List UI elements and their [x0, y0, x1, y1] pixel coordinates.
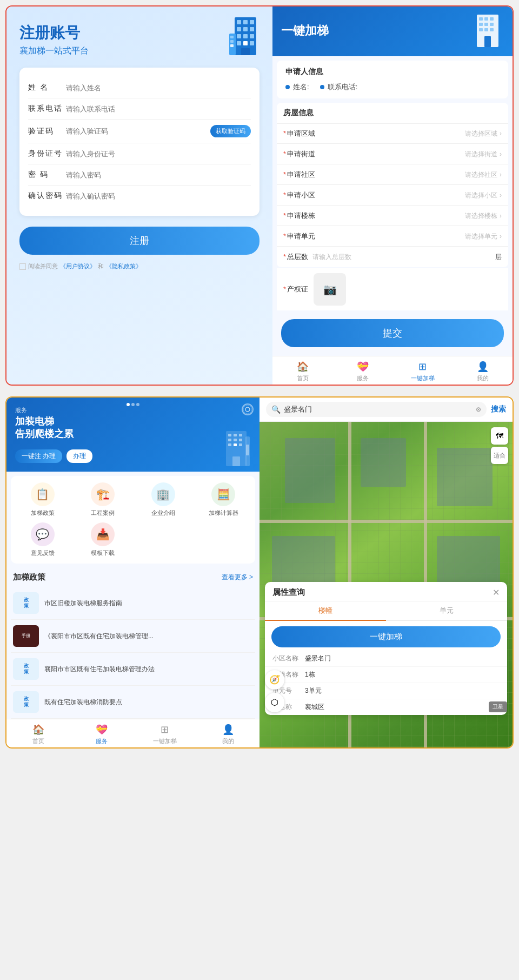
elevator-icon-2: ⊞ — [161, 724, 169, 736]
community-row[interactable]: *申请社区 请选择社区 › — [277, 165, 508, 185]
svg-rect-21 — [490, 17, 494, 21]
service-item-calc[interactable]: 🧮 加梯计算器 — [196, 482, 251, 517]
pwd-label: 密 码 — [28, 170, 66, 180]
user-agreement-link[interactable]: 《用户协议》 — [60, 262, 96, 270]
map-location-btn[interactable]: 🧭 — [265, 670, 284, 690]
nav-home-1[interactable]: 🏠 首页 — [272, 361, 332, 382]
map-imagery-btn[interactable]: 卫星 — [489, 701, 507, 712]
svg-rect-34 — [234, 434, 237, 436]
nav-elevator-2[interactable]: ⊞ 一键加梯 — [133, 724, 196, 745]
banner-btns: 一键注 办理 办理 — [15, 449, 251, 463]
service-item-template[interactable]: 📥 模板下载 — [76, 522, 131, 557]
agreement-checkbox[interactable] — [19, 263, 26, 270]
search-button[interactable]: 搜索 — [491, 405, 506, 414]
map-3d-btn[interactable]: ⬡ — [265, 693, 284, 712]
cases-icon: 🏗️ — [91, 482, 115, 506]
submit-button[interactable]: 提交 — [281, 319, 504, 347]
area-row[interactable]: *申请区域 请选择区域 › — [277, 124, 508, 144]
id-input[interactable] — [66, 150, 251, 158]
verify-label: 验证码 — [28, 127, 66, 136]
street-label: *申请街道 — [283, 149, 315, 159]
attr-field-district: 区名称 襄城区 — [265, 699, 507, 715]
nav-profile-1[interactable]: 👤 我的 — [453, 361, 513, 382]
service-icon-2: 💝 — [96, 724, 108, 736]
policy-text-0: 市区旧楼加装电梯服务指南 — [44, 598, 122, 608]
road-h-1 — [260, 520, 513, 523]
profile-icon-1: 👤 — [477, 361, 489, 373]
get-verify-btn[interactable]: 获取验证码 — [210, 125, 251, 137]
search-clear-icon[interactable]: ⊗ — [476, 406, 481, 413]
banner-primary-btn[interactable]: 一键注 办理 — [15, 449, 62, 463]
policy-label: 加梯政策 — [31, 509, 55, 517]
nav-profile-2[interactable]: 👤 我的 — [196, 724, 260, 745]
floors-row: *总层数 请输入总层数 层 — [277, 247, 508, 267]
policy-item-3[interactable]: 政策 既有住宅加装电梯消防要点 — [11, 686, 255, 719]
attr-tabs: 楼幢 单元 — [265, 601, 507, 621]
svg-rect-11 — [243, 41, 248, 45]
cert-upload[interactable]: 📷 — [314, 273, 346, 306]
cert-label: *产权证 — [283, 284, 308, 294]
attr-close-btn[interactable]: ✕ — [493, 587, 500, 598]
compound-row[interactable]: *申请小区 请选择小区 › — [277, 186, 508, 206]
nav-elevator-1[interactable]: ⊞ 一键加梯 — [392, 361, 453, 382]
service-item-company[interactable]: 🏢 企业介绍 — [136, 482, 191, 517]
company-icon: 🏢 — [151, 482, 175, 506]
elevator-header: 一键加梯 — [272, 6, 513, 56]
service-item-cases[interactable]: 🏗️ 工程案例 — [76, 482, 131, 517]
register-button[interactable]: 注册 — [19, 227, 260, 255]
search-icon: 🔍 — [271, 405, 281, 414]
attr-add-elevator-btn[interactable]: 一键加梯 — [271, 626, 501, 647]
unit-row[interactable]: *申请单元 请选择单元 › — [277, 227, 508, 247]
svg-rect-12 — [250, 41, 254, 45]
policy-header: 加梯政策 查看更多 > — [11, 568, 255, 587]
privacy-policy-link[interactable]: 《隐私政策》 — [106, 262, 142, 270]
confirm-pwd-input[interactable] — [66, 192, 251, 200]
map-layer-btn[interactable]: 🗺 — [491, 427, 508, 445]
nav-home-2[interactable]: 🏠 首页 — [6, 724, 70, 745]
policy-title: 加梯政策 — [13, 572, 45, 582]
name-input[interactable] — [66, 84, 251, 92]
banner-title1: 加装电梯 — [15, 415, 251, 428]
banner-secondary-btn[interactable]: 办理 — [66, 449, 92, 463]
svg-rect-27 — [490, 28, 494, 31]
attr-card-header: 属性查询 ✕ — [265, 582, 507, 601]
policy-thumb-2: 政策 — [13, 658, 39, 680]
street-row[interactable]: *申请街道 请选择街道 › — [277, 144, 508, 164]
applicant-section-title: 申请人信息 — [285, 67, 500, 77]
nav-profile-label-2: 我的 — [222, 737, 234, 745]
banner-subtitle: 服务 — [15, 406, 251, 414]
elevator-building-icon — [471, 12, 504, 50]
service-item-feedback[interactable]: 💬 意见反馈 — [15, 522, 70, 557]
verify-input[interactable] — [66, 127, 210, 135]
svg-rect-2 — [243, 20, 248, 24]
policy-item-1[interactable]: 手册 《襄阳市市区既有住宅加装电梯管理... — [11, 620, 255, 653]
attr-tab-building[interactable]: 楼幢 — [265, 601, 386, 621]
banner-building-icon — [222, 428, 251, 469]
attr-tab-unit[interactable]: 单元 — [386, 601, 507, 620]
pwd-row: 密 码 — [28, 164, 251, 186]
svg-rect-23 — [484, 23, 488, 26]
svg-rect-36 — [228, 439, 231, 441]
policy-more[interactable]: 查看更多 > — [222, 573, 253, 582]
phone-input[interactable] — [66, 105, 251, 113]
services-grid: 📋 加梯政策 🏗️ 工程案例 🏢 企业介绍 🧮 加梯计算器 💬 意 — [11, 476, 255, 564]
company-label: 企业介绍 — [151, 509, 175, 517]
map-zoom-btn[interactable]: 适合 — [491, 447, 508, 464]
agreement-text: 阅读并同意 — [28, 262, 58, 270]
nav-service-2[interactable]: 💝 服务 — [70, 724, 133, 745]
pwd-input[interactable] — [66, 171, 251, 179]
banner-dots — [127, 403, 139, 406]
nav-service-label-1: 服务 — [357, 374, 369, 382]
building-row[interactable]: *申请楼栋 请选择楼栋 › — [277, 206, 508, 226]
policy-icon: 📋 — [31, 482, 55, 506]
applicant-phone-label: 联系电话: — [328, 82, 358, 92]
feedback-icon: 💬 — [31, 522, 55, 546]
policy-item-0[interactable]: 政策 市区旧楼加装电梯服务指南 — [11, 587, 255, 620]
policy-item-2[interactable]: 政策 襄阳市市区既有住宅加装电梯管理办法 — [11, 653, 255, 686]
service-item-policy[interactable]: 📋 加梯政策 — [15, 482, 70, 517]
policy-text-3: 既有住宅加装电梯消防要点 — [44, 697, 122, 707]
nav-service-1[interactable]: 💝 服务 — [332, 361, 392, 382]
agreement-row: 阅读并同意 《用户协议》 和 《隐私政策》 — [19, 262, 260, 270]
svg-rect-13 — [241, 48, 250, 55]
map-view: 🗺 适合 属性查询 ✕ 楼幢 单元 一键加梯 小区名称 — [260, 422, 513, 747]
